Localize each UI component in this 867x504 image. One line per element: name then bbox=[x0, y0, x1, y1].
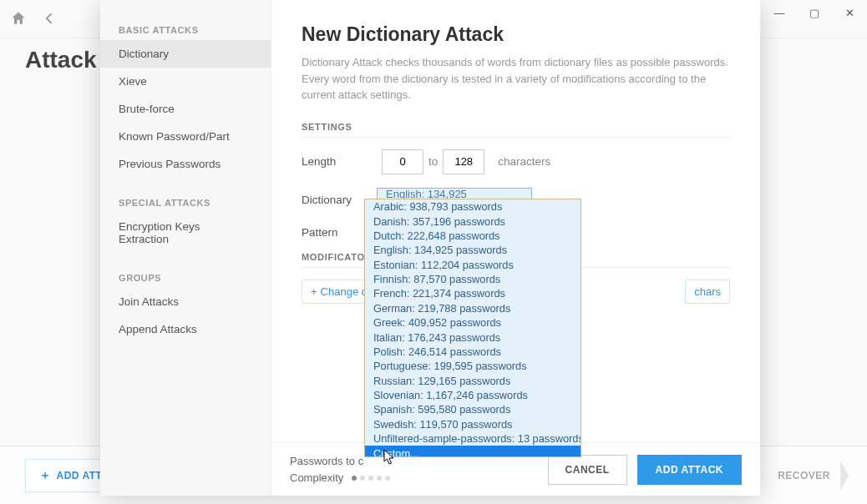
dictionary-option[interactable]: German: 219,788 passwords bbox=[365, 301, 581, 315]
sidebar-section-label: GROUPS bbox=[100, 265, 271, 288]
dictionary-option[interactable]: Polish: 246,514 passwords bbox=[365, 345, 581, 359]
length-label: Length bbox=[302, 155, 377, 168]
dictionary-option[interactable]: Unfiltered-sample-passwords: 13 password… bbox=[365, 431, 581, 446]
sidebar-item-encryption-keys-extraction[interactable]: Encryption Keys Extraction bbox=[100, 213, 271, 253]
length-to-word: to bbox=[428, 155, 438, 168]
sidebar-item-xieve[interactable]: Xieve bbox=[100, 68, 271, 95]
window-maximize-button[interactable]: ▢ bbox=[797, 0, 832, 25]
recover-button[interactable]: RECOVER bbox=[778, 470, 842, 481]
length-to-input[interactable] bbox=[443, 149, 484, 174]
dictionary-option[interactable]: Estonian: 112,204 passwords bbox=[365, 258, 581, 272]
cancel-button[interactable]: CANCEL bbox=[548, 455, 627, 485]
sidebar-item-known-password-part[interactable]: Known Password/Part bbox=[100, 123, 271, 150]
dictionary-option[interactable]: Portuguese: 199,595 passwords bbox=[365, 359, 581, 373]
dictionary-option[interactable]: Swedish: 119,570 passwords bbox=[365, 417, 581, 431]
sidebar-item-join-attacks[interactable]: Join Attacks bbox=[100, 288, 271, 315]
window-minimize-button[interactable]: — bbox=[762, 0, 797, 25]
length-from-input[interactable] bbox=[382, 149, 423, 174]
dictionary-option[interactable]: English: 134,925 passwords bbox=[365, 243, 581, 257]
modificator-chars[interactable]: chars bbox=[685, 280, 730, 304]
plus-icon: + bbox=[311, 285, 317, 298]
dialog-title: New Dictionary Attack bbox=[302, 23, 730, 46]
sidebar-section-label: SPECIAL ATTACKS bbox=[100, 189, 271, 213]
dictionary-option[interactable]: Russian: 129,165 passwords bbox=[365, 374, 581, 388]
dictionary-option[interactable]: Arabic: 938,793 passwords bbox=[365, 199, 581, 214]
sidebar-item-dictionary[interactable]: Dictionary bbox=[100, 40, 271, 68]
dictionary-option[interactable]: Custom... bbox=[365, 446, 581, 457]
dictionary-option[interactable]: Slovenian: 1,167,246 passwords bbox=[365, 388, 581, 402]
dictionary-option[interactable]: Finnish: 87,570 passwords bbox=[365, 272, 581, 286]
footer-complexity-label: Complexity bbox=[290, 470, 343, 486]
back-icon[interactable] bbox=[42, 10, 60, 28]
complexity-dots bbox=[352, 476, 390, 481]
dictionary-option[interactable]: Greek: 409,952 passwords bbox=[365, 315, 581, 330]
home-icon[interactable] bbox=[10, 10, 28, 28]
dictionary-option[interactable]: Italian: 176,243 passwords bbox=[365, 330, 581, 344]
sidebar-item-previous-passwords[interactable]: Previous Passwords bbox=[100, 150, 271, 178]
add-attack-button[interactable]: ADD ATTACK bbox=[637, 455, 742, 485]
sidebar-item-brute-force[interactable]: Brute-force bbox=[100, 95, 271, 123]
dictionary-option[interactable]: Danish: 357,196 passwords bbox=[365, 214, 581, 228]
dictionary-option[interactable]: Spanish: 595,580 passwords bbox=[365, 402, 581, 416]
length-unit: characters bbox=[498, 155, 550, 168]
plus-icon: ＋ bbox=[39, 468, 52, 483]
sidebar-item-append-attacks[interactable]: Append Attacks bbox=[100, 315, 271, 343]
dictionary-option[interactable]: Dutch: 222,648 passwords bbox=[365, 229, 581, 243]
dictionary-option[interactable]: French: 221,374 passwords bbox=[365, 286, 581, 300]
dictionary-dropdown[interactable]: Arabic: 938,793 passwordsDanish: 357,196… bbox=[364, 199, 581, 457]
dialog-description: Dictionary Attack checks thousands of wo… bbox=[302, 54, 730, 103]
settings-section-label: SETTINGS bbox=[302, 122, 730, 138]
sidebar-section-label: BASIC ATTACKS bbox=[100, 17, 271, 40]
window-close-button[interactable]: ✕ bbox=[832, 0, 867, 25]
